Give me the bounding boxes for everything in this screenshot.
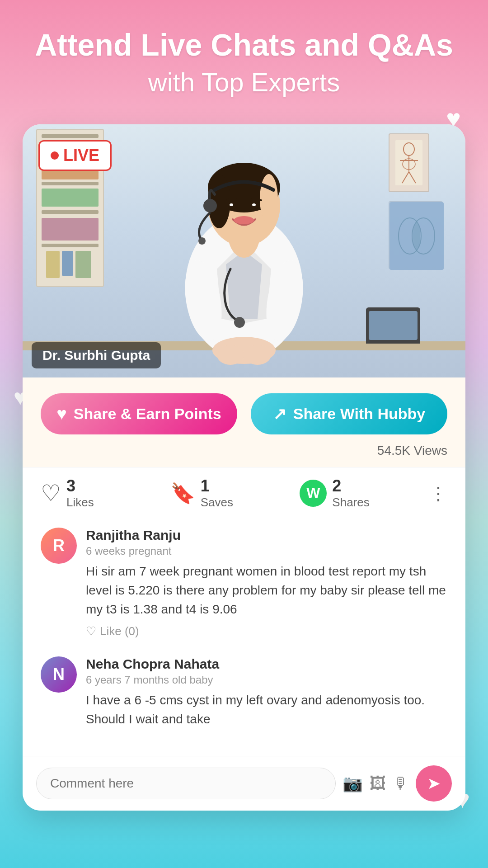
share-hubby-button[interactable]: ↗ Share With Hubby (251, 393, 447, 434)
svg-point-27 (251, 203, 260, 209)
share-earn-button[interactable]: ♥ Share & Earn Points (41, 393, 237, 434)
stats-row: ♡ 3 Likes 🔖 1 Saves W 2 (23, 467, 465, 519)
likes-stat[interactable]: ♡ 3 Likes (41, 476, 166, 509)
svg-marker-14 (226, 251, 262, 319)
share-earn-label: Share & Earn Points (74, 405, 221, 423)
comment-input[interactable] (36, 768, 336, 799)
comment-content-ranjitha: Ranjitha Ranju 6 weeks pregnant Hi sir a… (86, 528, 447, 638)
main-card: LIVE Dr. Surbhi Gupta ♥ Share & Earn Poi… (23, 124, 465, 811)
whatsapp-icon: W (300, 480, 327, 507)
likes-count: 3 (66, 476, 75, 495)
comment-meta-neha: 6 years 7 months old baby (86, 674, 447, 686)
share-hubby-label: Share With Hubby (293, 405, 426, 423)
camera-icon-button[interactable]: 📷 (343, 774, 363, 793)
like-heart-icon: ♡ (86, 624, 96, 638)
comment-item: R Ranjitha Ranju 6 weeks pregnant Hi sir… (41, 528, 447, 638)
svg-point-20 (244, 345, 271, 365)
svg-point-25 (260, 174, 278, 224)
shares-count: 2 (332, 476, 341, 495)
saves-stat[interactable]: 🔖 1 Saves (170, 476, 296, 509)
comment-like-ranjitha[interactable]: ♡ Like (0) (86, 624, 447, 638)
avatar-ranjitha: R (41, 528, 77, 564)
views-count: 54.5K Views (23, 443, 465, 467)
comment-author-ranjitha: Ranjitha Ranju (86, 528, 447, 543)
comment-content-neha: Neha Chopra Nahata 6 years 7 months old … (86, 656, 447, 729)
image-icon-button[interactable]: 🖼 (370, 774, 386, 793)
heart-icon: ♡ (41, 480, 61, 506)
comments-section: R Ranjitha Ranju 6 weeks pregnant Hi sir… (23, 519, 465, 756)
shares-label: Shares (332, 495, 369, 509)
svg-point-31 (203, 199, 217, 212)
svg-point-26 (228, 203, 237, 209)
doctor-name: Dr. Surbhi Gupta (42, 348, 150, 363)
saves-label: Saves (201, 495, 233, 509)
doctor-name-overlay: Dr. Surbhi Gupta (32, 342, 161, 368)
svg-point-30 (234, 216, 254, 224)
send-button[interactable]: ➤ (416, 765, 452, 802)
svg-point-19 (217, 345, 244, 365)
hero-subtitle: with Top Experts (148, 67, 340, 97)
comment-text-neha: I have a 6 -5 cms cyst in my left ovary … (86, 691, 447, 729)
avatar-neha: N (41, 656, 77, 693)
hero-title: Attend Live Chats and Q&As (35, 27, 453, 62)
views-text: 54.5K Views (377, 443, 447, 458)
live-label: LIVE (63, 146, 99, 165)
comment-text-ranjitha: Hi sir am 7 week pregnant women in blood… (86, 562, 447, 619)
live-indicator-dot (51, 151, 59, 160)
action-buttons-section: ♥ Share & Earn Points ↗ Share With Hubby (23, 377, 465, 443)
svg-point-15 (234, 317, 245, 328)
comment-author-neha: Neha Chopra Nahata (86, 656, 447, 672)
shares-stat[interactable]: W 2 Shares (300, 476, 425, 509)
saves-count: 1 (201, 476, 210, 495)
svg-point-28 (230, 203, 233, 206)
svg-point-32 (198, 237, 206, 245)
comment-input-bar: 📷 🖼 🎙 ➤ (23, 756, 465, 811)
svg-point-29 (252, 203, 256, 206)
send-icon: ➤ (427, 774, 441, 793)
share-arrow-icon: ↗ (273, 405, 286, 424)
comment-meta-ranjitha: 6 weeks pregnant (86, 545, 447, 557)
microphone-icon-button[interactable]: 🎙 (393, 774, 409, 793)
video-area[interactable]: LIVE Dr. Surbhi Gupta (23, 124, 465, 377)
live-badge: LIVE (38, 140, 112, 171)
more-options-button[interactable]: ⋮ (429, 483, 447, 504)
comment-item-2: N Neha Chopra Nahata 6 years 7 months ol… (41, 656, 447, 729)
bookmark-icon: 🔖 (170, 481, 195, 505)
like-count: Like (0) (100, 624, 139, 638)
likes-label: Likes (66, 495, 94, 509)
heart-share-icon: ♥ (56, 404, 67, 424)
